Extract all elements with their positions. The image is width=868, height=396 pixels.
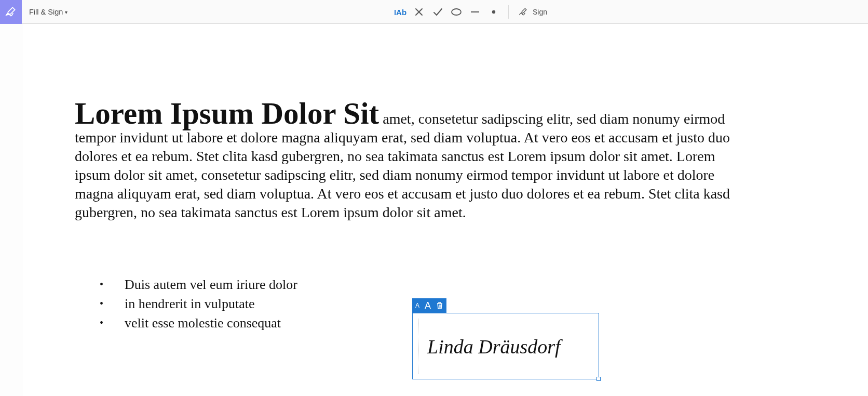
list-item: in hendrerit in vulputate [100, 295, 297, 314]
fill-sign-menu-label: Fill & Sign [29, 8, 63, 16]
svg-point-0 [452, 9, 461, 15]
cross-mark-tool-button[interactable] [410, 0, 428, 24]
fill-sign-toolbar: Fill & Sign ▾ IAb Sign [0, 0, 868, 24]
text-tool-button[interactable]: IAb [391, 0, 410, 24]
signature-size-large-button[interactable]: A [425, 300, 431, 311]
oval-tool-button[interactable] [447, 0, 466, 24]
signature-guide-line [418, 319, 418, 374]
signature-box[interactable]: Linda Dräusdorf [412, 313, 599, 379]
fill-sign-app-icon[interactable] [0, 0, 22, 24]
document-paragraph: Lorem Ipsum Dolor Sit amet, consetetur s… [75, 104, 739, 222]
document-bullet-list: Duis autem vel eum iriure dolor in hendr… [100, 275, 297, 333]
check-mark-tool-button[interactable] [428, 0, 447, 24]
annotation-tool-group: IAb Sign [391, 0, 551, 24]
signature-edit-toolbar: A A [412, 298, 446, 313]
document-headline: Lorem Ipsum Dolor Sit [75, 96, 379, 130]
fill-sign-menu[interactable]: Fill & Sign ▾ [29, 8, 67, 16]
document-page[interactable]: Lorem Ipsum Dolor Sit amet, consetetur s… [23, 24, 868, 396]
svg-point-1 [492, 10, 495, 14]
list-item: velit esse molestie consequat [100, 314, 297, 333]
text-tool-label: Ab [396, 8, 406, 17]
sign-button[interactable]: Sign [514, 0, 551, 24]
signature-size-small-button[interactable]: A [415, 302, 419, 309]
sign-button-label: Sign [533, 8, 547, 16]
toolbar-separator [508, 5, 509, 19]
dot-tool-button[interactable] [484, 0, 503, 24]
signature-text: Linda Dräusdorf [427, 335, 561, 358]
chevron-down-icon: ▾ [65, 9, 67, 15]
list-item: Duis autem vel eum iriure dolor [100, 275, 297, 295]
line-tool-button[interactable] [466, 0, 484, 24]
signature-resize-handle[interactable] [596, 377, 601, 381]
signature-delete-button[interactable] [436, 301, 443, 310]
